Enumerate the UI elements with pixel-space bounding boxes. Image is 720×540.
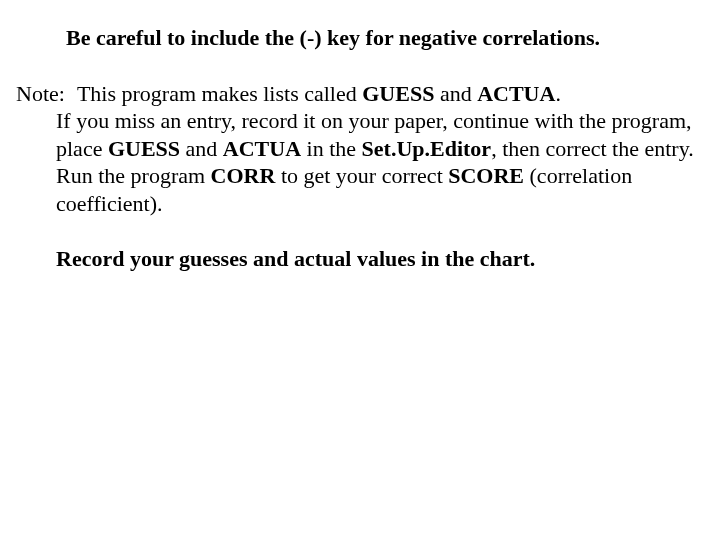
heading-line: Be careful to include the (-) key for ne…	[66, 24, 700, 52]
text: This program makes lists called	[77, 81, 362, 106]
text: .	[555, 81, 561, 106]
text: to get your correct	[275, 163, 448, 188]
note-label: Note:	[16, 80, 65, 108]
note-first-line: This program makes lists called GUESS an…	[65, 80, 700, 108]
keyword-guess: GUESS	[362, 81, 434, 106]
keyword-actua: ACTUA	[477, 81, 555, 106]
text: and	[180, 136, 223, 161]
text: in the	[301, 136, 362, 161]
note-body-continued: If you miss an entry, record it on your …	[56, 107, 700, 217]
keyword-actua: ACTUA	[223, 136, 301, 161]
text: and	[434, 81, 477, 106]
keyword-guess: GUESS	[108, 136, 180, 161]
keyword-score: SCORE	[448, 163, 524, 188]
keyword-setup-editor: Set.Up.Editor	[362, 136, 492, 161]
keyword-corr: CORR	[211, 163, 276, 188]
record-instruction: Record your guesses and actual values in…	[56, 245, 700, 273]
note-block: Note: This program makes lists called GU…	[16, 80, 700, 218]
document-page: Be careful to include the (-) key for ne…	[0, 0, 720, 540]
